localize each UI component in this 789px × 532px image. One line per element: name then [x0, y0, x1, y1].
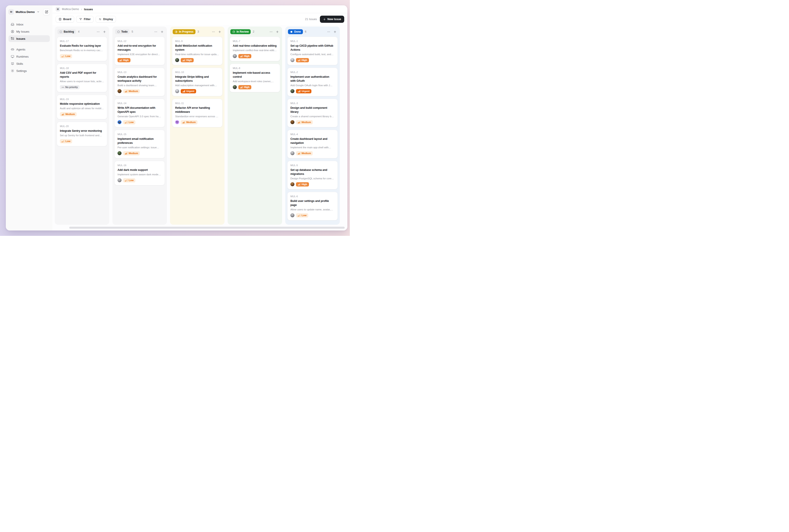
issue-card-footer: — Medium: [117, 89, 162, 93]
issue-card-footer: — Low: [117, 120, 162, 125]
assignee-avatar: [175, 89, 179, 93]
sidebar-item-runtimes[interactable]: Runtimes: [8, 53, 50, 60]
filter-button[interactable]: Filter: [76, 16, 94, 22]
issue-card[interactable]: MUL-14 Write API documentation with Open…: [114, 99, 165, 127]
issue-card-footer: — High: [290, 182, 335, 187]
issue-card[interactable]: MUL-9 Build WebSocket notification syste…: [172, 37, 223, 65]
priority-badge: — Urgent: [296, 89, 312, 93]
column-add-button[interactable]: [160, 30, 164, 34]
issue-title: Add real-time collaborative editing: [233, 44, 277, 48]
issue-id: MUL-15: [117, 133, 162, 136]
issue-card[interactable]: MUL-2 Implement user authentication with…: [287, 68, 338, 96]
issue-card[interactable]: MUL-15 Implement email notification pref…: [114, 130, 165, 158]
issue-title: Add CSV and PDF export for reports: [60, 71, 104, 79]
issue-card[interactable]: MUL-6 Build user settings and profile pa…: [287, 192, 338, 221]
issue-card[interactable]: MUL-19 Mobile responsive optimization Au…: [57, 95, 107, 119]
column-menu-button[interactable]: [211, 30, 215, 34]
status-pill: Done: [288, 29, 303, 34]
priority-bars-icon: [62, 113, 64, 115]
issue-card[interactable]: MUL-13 Create analytics dashboard for wo…: [114, 68, 165, 96]
issue-card[interactable]: MUL-17 Evaluate Redis for caching layer …: [57, 37, 107, 61]
display-button[interactable]: Display: [96, 16, 116, 22]
priority-label: High: [123, 59, 129, 61]
issue-card[interactable]: MUL-7 Add real-time collaborative editin…: [230, 37, 280, 61]
workspace-name[interactable]: Multica Demo: [16, 10, 35, 14]
issue-id: MUL-6: [290, 195, 335, 198]
sidebar-item-label: My Issues: [16, 30, 30, 33]
compose-button[interactable]: [43, 8, 50, 15]
compose-icon: [45, 10, 48, 14]
priority-label: Low: [129, 121, 134, 124]
issue-card[interactable]: MUL-1 Set up CI/CD pipeline with GitHub …: [287, 37, 338, 65]
sidebar-item-label: Skills: [16, 62, 23, 65]
column-menu-button[interactable]: [269, 30, 273, 34]
sidebar-item-skills[interactable]: Skills: [8, 60, 50, 67]
priority-badge: — High: [238, 54, 251, 58]
display-sliders-icon: [98, 18, 102, 21]
issue-card[interactable]: MUL-16 Add dark mode support Implement s…: [114, 161, 165, 185]
issue-description: Allow users to export issue lists, activ…: [60, 80, 104, 83]
priority-bars-icon: [298, 152, 300, 155]
issue-card[interactable]: MUL-18 Add CSV and PDF export for report…: [57, 64, 107, 92]
assignee-avatar: [117, 120, 121, 124]
breadcrumb-workspace[interactable]: Multica Demo: [62, 7, 79, 11]
ellipsis-icon: [327, 30, 331, 34]
status-label: In Progress: [179, 30, 193, 33]
chevron-down-icon[interactable]: [37, 11, 40, 13]
priority-bars-icon: [119, 59, 122, 61]
column-add-button[interactable]: [333, 30, 337, 34]
issue-card[interactable]: MUL-12 Add end-to-end encryption for mes…: [114, 37, 165, 65]
new-issue-button[interactable]: New Issue: [320, 16, 344, 23]
ellipsis-icon: [212, 30, 215, 34]
issue-id: MUL-17: [60, 40, 104, 42]
issue-id: MUL-11: [175, 102, 219, 104]
issue-id: MUL-12: [117, 40, 162, 42]
column-count: 4: [78, 30, 79, 33]
column-count: 5: [132, 30, 133, 33]
sidebar-item-inbox[interactable]: Inbox: [8, 21, 50, 28]
sidebar-item-agents[interactable]: Agents: [8, 46, 50, 53]
priority-label: No priority: [65, 86, 78, 89]
issue-title: Mobile responsive optimization: [60, 102, 104, 106]
book-open-icon: [11, 62, 14, 65]
issue-card[interactable]: MUL-5 Set up database schema and migrati…: [287, 161, 338, 189]
main-content: M Multica Demo › Issues Board Filter Dis…: [53, 5, 347, 230]
column-add-button[interactable]: [275, 30, 279, 34]
column-menu-button[interactable]: [154, 30, 158, 34]
sidebar-item-settings[interactable]: Settings: [8, 68, 50, 74]
issue-card-footer: — Urgent: [175, 89, 219, 93]
issue-card[interactable]: MUL-8 Implement role-based access contro…: [230, 64, 280, 92]
column-menu-button[interactable]: [96, 30, 100, 34]
issue-card-footer: — Low: [117, 178, 162, 183]
column-add-button[interactable]: [218, 30, 222, 34]
sidebar-nav-primary: Inbox My Issues Issues: [8, 21, 50, 42]
issue-title: Build WebSocket notification system: [175, 44, 219, 52]
horizontal-scrollbar[interactable]: [69, 227, 345, 229]
issue-card[interactable]: MUL-20 Integrate Sentry error monitoring…: [57, 122, 107, 146]
issue-card[interactable]: MUL-11 Refactor API error handling middl…: [172, 99, 223, 127]
issue-card[interactable]: MUL-4 Create dashboard layout and naviga…: [287, 130, 338, 158]
issue-card-footer: — Medium: [290, 151, 335, 155]
app-window: M Multica Demo Inbox My Is: [6, 5, 347, 230]
column-add-button[interactable]: [102, 30, 107, 34]
priority-label: Medium: [65, 113, 75, 115]
board-column: Backlog 4 MUL-17 Evaluate Redis for cach…: [55, 26, 109, 225]
issue-card[interactable]: MUL-3 Design and build component library…: [287, 99, 338, 127]
issue-id: MUL-14: [117, 102, 162, 104]
user-circle-icon: [11, 30, 14, 33]
priority-badge: — Urgent: [181, 89, 196, 93]
issue-id: MUL-4: [290, 133, 335, 136]
sidebar-item-issues[interactable]: Issues: [8, 35, 50, 42]
priority-badge: — Medium: [123, 151, 140, 155]
priority-label: Urgent: [302, 90, 309, 93]
no-priority-dash-icon: —: [62, 86, 64, 89]
board-view-button[interactable]: Board: [56, 16, 74, 22]
sidebar-item-my-issues[interactable]: My Issues: [8, 28, 50, 35]
issue-card-footer: — Urgent: [290, 89, 335, 93]
priority-label: High: [302, 59, 307, 61]
issue-card[interactable]: MUL-10 Integrate Stripe billing and subs…: [172, 68, 223, 96]
priority-bars-icon: [298, 121, 300, 124]
board: Backlog 4 MUL-17 Evaluate Redis for cach…: [53, 25, 347, 230]
priority-bars-icon: [62, 140, 64, 142]
column-menu-button[interactable]: [326, 30, 331, 34]
